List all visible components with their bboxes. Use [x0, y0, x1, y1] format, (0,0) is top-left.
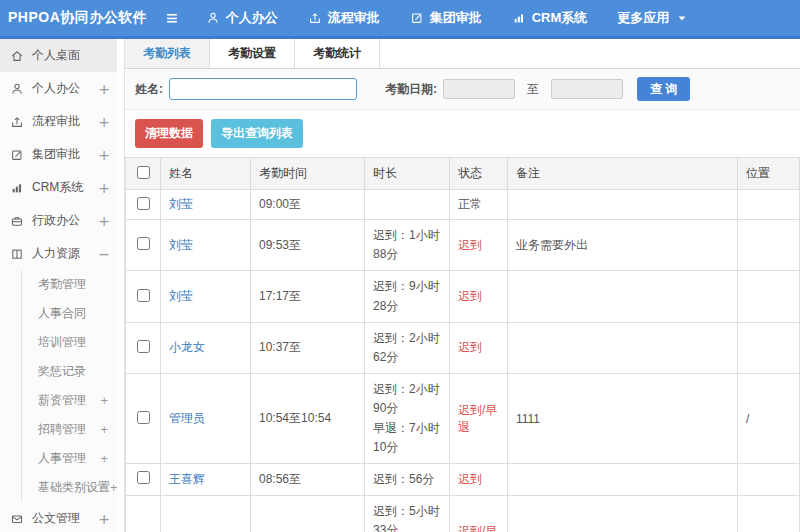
nav-item-label: CRM系统	[532, 9, 588, 27]
sidebar-item-7[interactable]: 人力资源−	[0, 237, 124, 270]
expand-toggle-icon[interactable]: +	[110, 480, 125, 495]
sidebar-subitem-3[interactable]: 培训管理	[22, 328, 124, 357]
sidebar-subitem-1[interactable]: 考勤管理	[22, 270, 124, 299]
expand-toggle-icon[interactable]: +	[98, 180, 118, 196]
query-button[interactable]: 查 询	[637, 77, 690, 101]
sidebar-item-label: 行政办公	[32, 212, 98, 229]
edit-icon	[10, 148, 24, 162]
cell-time: 10:54至10:54	[251, 374, 365, 464]
sidebar-item-3[interactable]: 流程审批+	[0, 105, 124, 138]
select-all-checkbox-cell	[126, 158, 161, 190]
employee-name-link[interactable]: 刘莹	[169, 197, 193, 211]
nav-item-3[interactable]: 集团审批	[410, 9, 482, 27]
cell-duration: 迟到：5小时33分早退：4小时67分	[365, 496, 450, 532]
tab-2[interactable]: 考勤设置	[210, 39, 295, 68]
sidebar-subitem-2[interactable]: 人事合同	[22, 299, 124, 328]
sidebar-subitem-5[interactable]: 薪资管理+	[22, 386, 124, 415]
cell-location	[738, 220, 800, 271]
book-icon	[10, 247, 24, 261]
filter-bar: 姓名: 考勤日期: 至 查 询	[125, 69, 800, 110]
row-checkbox[interactable]	[137, 340, 150, 353]
cell-name: 小龙女	[161, 322, 251, 373]
row-checkbox[interactable]	[137, 289, 150, 302]
employee-name-link[interactable]: 管理员	[169, 411, 205, 425]
status-badge: 迟到	[458, 238, 482, 252]
duration-line: 早退：7小时10分	[373, 419, 441, 457]
duration-line: 迟到：2小时62分	[373, 329, 441, 367]
employee-name-link[interactable]: 刘莹	[169, 289, 193, 303]
nav-item-2[interactable]: 流程审批	[308, 9, 380, 27]
tab-1[interactable]: 考勤列表	[125, 39, 210, 68]
table-row: 管理员10:54至10:54迟到：2小时90分早退：7小时10分迟到/早退111…	[126, 374, 800, 464]
row-checkbox[interactable]	[137, 411, 150, 424]
sidebar-subitem-7[interactable]: 人事管理+	[22, 444, 124, 473]
clean-data-button[interactable]: 清理数据	[135, 119, 203, 148]
date-from-input[interactable]	[443, 79, 515, 99]
cell-status: 正常	[450, 190, 508, 220]
top-nav: 个人办公流程审批集团审批CRM系统更多应用	[206, 9, 726, 27]
expand-toggle-icon[interactable]: +	[100, 451, 124, 466]
expand-toggle-icon[interactable]: +	[100, 422, 124, 437]
hamburger-menu-icon[interactable]: ≡	[166, 8, 178, 28]
sidebar-item-label: 流程审批	[32, 113, 98, 130]
sidebar-item-2[interactable]: 个人办公+	[0, 72, 124, 105]
sidebar-subitem-4[interactable]: 奖惩记录	[22, 357, 124, 386]
sidebar-item-4[interactable]: 集团审批+	[0, 138, 124, 171]
top-header: PHPOA协同办公软件 ≡ 个人办公流程审批集团审批CRM系统更多应用	[0, 0, 800, 36]
expand-toggle-icon[interactable]: +	[98, 114, 118, 130]
cell-time: 10:37至	[251, 322, 365, 373]
cell-time: 09:00至	[251, 190, 365, 220]
expand-toggle-icon[interactable]: +	[98, 213, 118, 229]
table-row: 黄蓉13:20至13:20迟到：5小时33分早退：4小时67分迟到/早退/	[126, 496, 800, 532]
cell-name: 管理员	[161, 374, 251, 464]
sidebar-item-8[interactable]: 公文管理+	[0, 502, 124, 532]
sidebar-item-1[interactable]: 个人桌面	[0, 39, 124, 72]
chart-icon	[10, 181, 24, 195]
employee-name-link[interactable]: 王喜辉	[169, 472, 205, 486]
sidebar-subitem-label: 人事合同	[38, 305, 124, 322]
export-list-button[interactable]: 导出查询列表	[211, 119, 303, 148]
row-checkbox[interactable]	[137, 471, 150, 484]
sidebar-item-5[interactable]: CRM系统+	[0, 171, 124, 204]
flow-icon	[308, 11, 322, 25]
nav-item-4[interactable]: CRM系统	[512, 9, 588, 27]
expand-toggle-icon[interactable]: +	[98, 81, 118, 97]
tab-3[interactable]: 考勤统计	[295, 39, 380, 68]
expand-toggle-icon[interactable]: −	[98, 246, 118, 262]
employee-name-link[interactable]: 刘莹	[169, 238, 193, 252]
sidebar: 个人桌面个人办公+流程审批+集团审批+CRM系统+行政办公+人力资源−考勤管理人…	[0, 39, 125, 532]
table-row: 刘莹17:17至迟到：9小时28分迟到	[126, 271, 800, 322]
nav-item-label: 更多应用	[617, 9, 669, 27]
tab-bar: 考勤列表考勤设置考勤统计	[125, 39, 800, 69]
name-filter-input[interactable]	[169, 78, 357, 100]
sidebar-subitem-label: 人事管理	[38, 450, 100, 467]
date-to-input[interactable]	[551, 79, 623, 99]
sidebar-subitem-6[interactable]: 招聘管理+	[22, 415, 124, 444]
sidebar-item-label: 个人桌面	[32, 47, 118, 64]
sidebar-subitem-8[interactable]: 基础类别设置+	[22, 473, 124, 502]
row-checkbox-cell	[126, 496, 161, 532]
nav-item-1[interactable]: 个人办公	[206, 9, 278, 27]
cell-note: 业务需要外出	[508, 220, 738, 271]
cell-note	[508, 322, 738, 373]
sidebar-subitem-label: 奖惩记录	[38, 363, 124, 380]
sidebar-item-label: 公文管理	[32, 510, 98, 527]
briefcase-icon	[10, 214, 24, 228]
sidebar-subitem-label: 基础类别设置	[38, 479, 110, 496]
employee-name-link[interactable]: 小龙女	[169, 340, 205, 354]
row-checkbox[interactable]	[137, 197, 150, 210]
duration-line: 迟到：56分	[373, 470, 441, 489]
expand-toggle-icon[interactable]: +	[100, 393, 124, 408]
expand-toggle-icon[interactable]: +	[98, 511, 118, 527]
cell-note: 1111	[508, 374, 738, 464]
sidebar-item-label: CRM系统	[32, 179, 98, 196]
expand-toggle-icon[interactable]: +	[98, 147, 118, 163]
duration-line: 迟到：1小时88分	[373, 226, 441, 264]
row-checkbox[interactable]	[137, 237, 150, 250]
select-all-checkbox[interactable]	[137, 166, 150, 179]
date-to-label: 至	[527, 81, 539, 98]
sidebar-item-6[interactable]: 行政办公+	[0, 204, 124, 237]
nav-item-5[interactable]: 更多应用	[617, 9, 695, 27]
cell-location: /	[738, 496, 800, 532]
cell-note	[508, 271, 738, 322]
